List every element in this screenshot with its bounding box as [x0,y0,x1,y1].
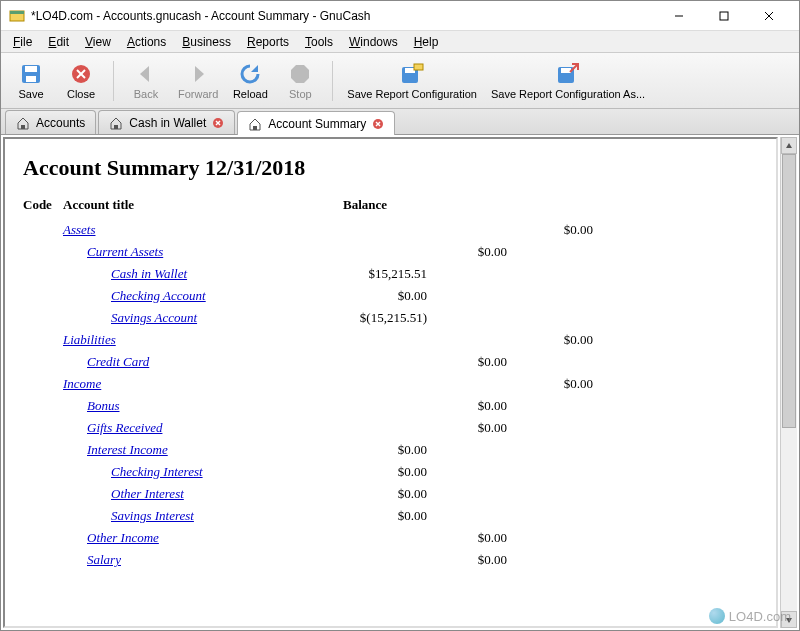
tab-close-icon[interactable] [212,117,224,129]
vertical-scrollbar[interactable] [780,137,797,628]
report-row: Credit Card$0.00 [23,351,758,373]
menu-actions[interactable]: Actions [121,33,172,51]
save-config-icon [400,62,424,86]
menu-edit[interactable]: Edit [42,33,75,51]
row-balance-col1: $0.00 [343,505,433,527]
row-balance-col1: $0.00 [343,483,433,505]
row-title: Income [63,373,343,395]
row-title: Cash in Wallet [63,263,343,285]
row-balance-col2: $0.00 [433,549,513,571]
stop-label: Stop [289,88,312,100]
toolbar-separator [113,61,114,101]
row-title: Credit Card [63,351,343,373]
report-row: Current Assets$0.00 [23,241,758,263]
tab-accounts[interactable]: Accounts [5,110,96,134]
row-title: Current Assets [63,241,343,263]
report-row: Gifts Received$0.00 [23,417,758,439]
scroll-track[interactable] [781,154,797,611]
report-row: Savings Account$(15,215.51) [23,307,758,329]
app-icon [9,8,25,24]
report-rows: Assets$0.00Current Assets$0.00Cash in Wa… [23,219,758,571]
account-link[interactable]: Credit Card [87,354,149,369]
reload-button[interactable]: Reload [228,57,272,105]
account-link[interactable]: Gifts Received [87,420,162,435]
account-link[interactable]: Bonus [87,398,120,413]
close-window-button[interactable] [746,2,791,30]
row-balance-col1: $15,215.51 [343,263,433,285]
account-link[interactable]: Other Interest [111,486,184,501]
svg-rect-8 [26,76,36,82]
account-link[interactable]: Salary [87,552,121,567]
account-link[interactable]: Liabilities [63,332,116,347]
header-title: Account title [63,197,343,213]
save-report-config-button[interactable]: Save Report Configuration [343,57,481,105]
maximize-button[interactable] [701,2,746,30]
globe-icon [709,608,725,624]
account-link[interactable]: Savings Interest [111,508,194,523]
account-link[interactable]: Income [63,376,101,391]
close-label: Close [67,88,95,100]
account-link[interactable]: Interest Income [87,442,168,457]
header-code: Code [23,197,63,213]
row-title: Salary [63,549,343,571]
close-button[interactable]: Close [59,57,103,105]
row-title: Other Income [63,527,343,549]
row-title: Interest Income [63,439,343,461]
report-table: Code Account title Balance Assets$0.00Cu… [23,197,758,571]
account-link[interactable]: Cash in Wallet [111,266,187,281]
menu-windows[interactable]: Windows [343,33,404,51]
forward-button[interactable]: Forward [174,57,222,105]
scroll-up-button[interactable] [781,137,797,154]
report-row: Other Interest$0.00 [23,483,758,505]
save-button[interactable]: Save [9,57,53,105]
account-link[interactable]: Savings Account [111,310,197,325]
account-link[interactable]: Checking Interest [111,464,203,479]
window-controls [656,2,791,30]
report-row: Bonus$0.00 [23,395,758,417]
tab-account-summary[interactable]: Account Summary [237,111,395,135]
svg-rect-23 [253,126,257,130]
account-link[interactable]: Other Income [87,530,159,545]
minimize-button[interactable] [656,2,701,30]
row-balance-col2: $0.00 [433,351,513,373]
report-row: Cash in Wallet$15,215.51 [23,263,758,285]
svg-rect-17 [561,68,571,73]
row-title: Checking Account [63,285,343,307]
tab-label: Accounts [36,116,85,130]
forward-label: Forward [178,88,218,100]
tab-label: Cash in Wallet [129,116,206,130]
report-row: Salary$0.00 [23,549,758,571]
home-icon [248,117,262,131]
menu-view[interactable]: View [79,33,117,51]
report-row: Checking Account$0.00 [23,285,758,307]
row-balance-col1: $0.00 [343,285,433,307]
stop-icon [288,62,312,86]
menu-business[interactable]: Business [176,33,237,51]
row-balance-col2: $0.00 [433,417,513,439]
report-row: Income$0.00 [23,373,758,395]
account-link[interactable]: Checking Account [111,288,206,303]
menu-reports[interactable]: Reports [241,33,295,51]
menu-help[interactable]: Help [408,33,445,51]
tab-close-icon[interactable] [372,118,384,130]
save-icon [19,62,43,86]
menu-file[interactable]: File [7,33,38,51]
save-report-config-as-button[interactable]: Save Report Configuration As... [487,57,649,105]
report-row: Liabilities$0.00 [23,329,758,351]
reload-label: Reload [233,88,268,100]
report-row: Assets$0.00 [23,219,758,241]
svg-rect-15 [414,64,423,70]
scroll-thumb[interactable] [782,154,796,428]
home-icon [109,116,123,130]
tab-cash-in-wallet[interactable]: Cash in Wallet [98,110,235,134]
save-label: Save [18,88,43,100]
row-balance-col2: $0.00 [433,527,513,549]
stop-button[interactable]: Stop [278,57,322,105]
menu-tools[interactable]: Tools [299,33,339,51]
back-button[interactable]: Back [124,57,168,105]
row-balance-col3: $0.00 [513,329,593,351]
svg-rect-18 [21,125,25,129]
account-link[interactable]: Assets [63,222,96,237]
reload-icon [238,62,262,86]
account-link[interactable]: Current Assets [87,244,163,259]
